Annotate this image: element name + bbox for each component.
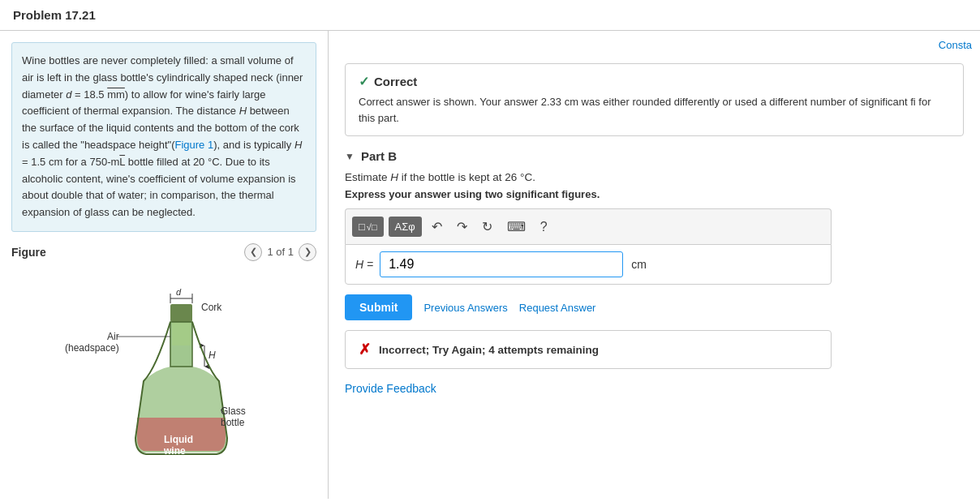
check-icon: ✓	[359, 74, 369, 89]
part-b-section: ▼ Part B Estimate H if the bottle is kep…	[345, 149, 964, 369]
math-toolbar: □ √□ ΑΣφ ↶ ↷ ↻ ⌨ ?	[345, 208, 832, 244]
figure-header: Figure ❮ 1 of 1 ❯	[11, 243, 316, 261]
h-equals-label: H =	[355, 258, 373, 271]
correct-text: Correct answer is shown. Your answer 2.3…	[359, 94, 950, 126]
action-row: Submit Previous Answers Request Answer	[345, 294, 832, 320]
matrix-button[interactable]: □ √□	[352, 217, 384, 237]
keyboard-button[interactable]: ⌨	[502, 216, 531, 238]
figure-nav: ❮ 1 of 1 ❯	[244, 243, 316, 261]
submit-button[interactable]: Submit	[345, 294, 412, 320]
prev-figure-button[interactable]: ❮	[244, 243, 262, 261]
symbol-button[interactable]: ΑΣφ	[389, 217, 422, 237]
figure-title: Figure	[11, 246, 46, 259]
next-figure-button[interactable]: ❯	[299, 243, 316, 261]
part-b-label: Part B	[361, 149, 397, 163]
previous-answers-link[interactable]: Previous Answers	[423, 302, 507, 314]
incorrect-box: ✗ Incorrect; Try Again; 4 attempts remai…	[345, 330, 832, 369]
consta-link[interactable]: Consta	[939, 39, 972, 51]
figure-image: d H	[11, 268, 316, 478]
label-lines	[50, 276, 277, 470]
right-panel: Consta ✓ Correct Correct answer is shown…	[329, 31, 980, 499]
matrix-icon: □	[359, 221, 365, 233]
request-answer-link[interactable]: Request Answer	[519, 302, 596, 314]
x-icon: ✗	[359, 341, 371, 358]
collapse-arrow-icon[interactable]: ▼	[345, 151, 355, 162]
sqrt-icon: √□	[367, 222, 377, 232]
left-panel: Wine bottles are never completely filled…	[0, 31, 329, 499]
answer-input[interactable]	[380, 251, 623, 277]
symbol-text: ΑΣφ	[395, 221, 415, 233]
problem-text: Wine bottles are never completely filled…	[11, 42, 316, 232]
provide-feedback-link[interactable]: Provide Feedback	[345, 382, 964, 395]
svg-line-11	[221, 410, 225, 414]
part-b-question: Estimate H if the bottle is kept at 26 °…	[345, 171, 964, 183]
undo-button[interactable]: ↶	[427, 216, 447, 238]
correct-box: ✓ Correct Correct answer is shown. Your …	[345, 63, 964, 136]
problem-title-text: Problem 17.21	[13, 8, 96, 22]
refresh-button[interactable]: ↻	[477, 216, 497, 238]
unit-label: cm	[631, 258, 647, 271]
correct-label: Correct	[374, 75, 417, 88]
sig-figs-instruction: Express your answer using two significan…	[345, 188, 964, 200]
correct-header: ✓ Correct	[359, 74, 950, 89]
incorrect-text: Incorrect; Try Again; 4 attempts remaini…	[379, 344, 599, 356]
figure-page: 1 of 1	[267, 246, 294, 258]
redo-button[interactable]: ↷	[452, 216, 472, 238]
part-b-header: ▼ Part B	[345, 149, 964, 163]
problem-title: Problem 17.21	[0, 0, 980, 31]
help-button[interactable]: ?	[535, 217, 552, 238]
answer-row: H = cm	[345, 244, 832, 285]
